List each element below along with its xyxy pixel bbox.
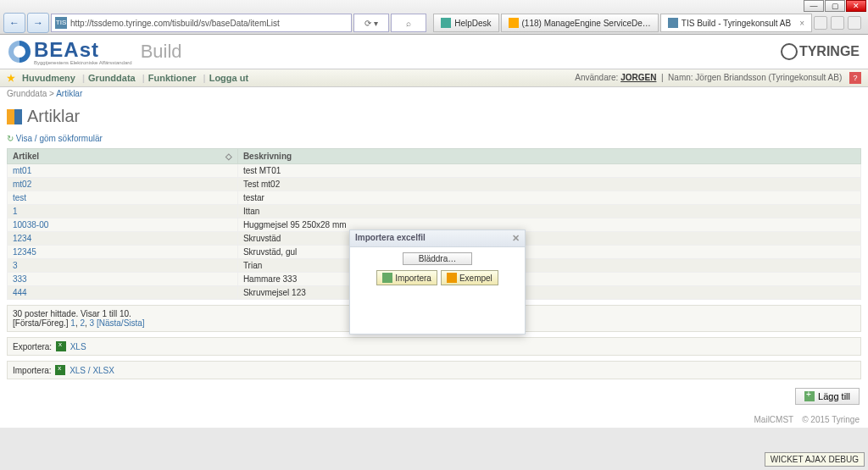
tools-icon[interactable]: [848, 16, 861, 30]
table-row: mt01test MT01: [8, 164, 861, 178]
home-icon[interactable]: [814, 16, 827, 30]
beskrivning-cell: Skruvmejsel 123: [237, 286, 860, 300]
logo-mark-icon: [8, 41, 31, 63]
beskrivning-cell: Ittan: [237, 205, 860, 218]
modal-title: Importera excelfil: [355, 233, 426, 244]
search-icon[interactable]: ⌕: [391, 14, 426, 32]
window-close-button[interactable]: ✕: [846, 0, 866, 12]
xls-icon: [56, 341, 66, 351]
artikel-cell[interactable]: mt01: [8, 164, 238, 178]
artikel-cell[interactable]: 1234: [8, 232, 238, 246]
manageengine-favicon: [509, 18, 519, 28]
artikel-cell[interactable]: 10038-00: [8, 218, 238, 232]
address-bar[interactable]: TIS http://tssdemo.tyringe.com/tisbuild/…: [51, 14, 352, 32]
beskrivning-cell: Trian: [237, 259, 860, 273]
tab-tis-build[interactable]: TIS Build - Tyringekonsult AB×: [660, 14, 812, 32]
breadcrumb-link[interactable]: Artiklar: [56, 89, 82, 98]
footer-left: MailCMST: [754, 415, 794, 424]
plus-icon: [804, 391, 815, 401]
footer-right: © 2015 Tyringe: [802, 415, 860, 424]
help-icon[interactable]: ?: [849, 72, 861, 84]
helpdesk-favicon: [441, 18, 451, 28]
add-button[interactable]: Lägg till: [795, 388, 860, 405]
sort-icon[interactable]: ◇: [225, 152, 232, 161]
title-icon: [7, 109, 22, 124]
url-search-controls[interactable]: ⟳ ▾: [353, 14, 389, 32]
artikel-cell[interactable]: 444: [8, 286, 238, 300]
pager-first: [Första/Föreg.]: [13, 318, 69, 328]
artikel-cell[interactable]: 12345: [8, 246, 238, 259]
xls-icon: [55, 365, 65, 375]
tab-manageengine[interactable]: (118) ManageEngine ServiceDe…: [501, 14, 659, 32]
menu-loggaut[interactable]: Logga ut: [209, 73, 248, 83]
modal-import-button[interactable]: Importera: [376, 270, 437, 285]
menu-huvudmeny[interactable]: Huvudmeny: [22, 73, 75, 83]
window-maximize-button[interactable]: ▢: [825, 0, 845, 12]
beskrivning-cell: Test mt02: [237, 178, 860, 191]
site-favicon: TIS: [55, 17, 67, 29]
beskrivning-cell: testar: [237, 191, 860, 205]
artikel-cell[interactable]: 333: [8, 273, 238, 286]
gear-icon: [781, 43, 798, 60]
col-beskrivning[interactable]: Beskrivning: [237, 149, 860, 164]
page-title: Artiklar: [7, 107, 861, 126]
tis-favicon: [668, 18, 678, 28]
browse-button[interactable]: Bläddra…: [403, 252, 472, 265]
table-row: 1Ittan: [8, 205, 861, 218]
import-modal: Importera excelfil ✕ Bläddra… Importera …: [349, 229, 526, 335]
nav-forward-button[interactable]: →: [27, 13, 49, 33]
upload-icon: [382, 273, 392, 283]
modal-close-icon[interactable]: ✕: [512, 233, 520, 244]
tab-helpdesk[interactable]: HelpDesk: [433, 14, 498, 32]
breadcrumb: Grunddata > Artiklar: [0, 87, 868, 100]
artikel-cell[interactable]: mt02: [8, 178, 238, 191]
beskrivning-cell: test MT01: [237, 164, 860, 178]
example-icon: [447, 273, 457, 283]
pager-next[interactable]: [Nästa/Sista]: [97, 318, 145, 328]
beast-logo: BEAst Byggtjenestens Elektroniske Affärs…: [8, 38, 182, 65]
export-xls-link[interactable]: XLS: [70, 342, 86, 351]
pager-3[interactable]: 3: [90, 318, 95, 328]
window-titlebar: — ▢ ✕: [0, 0, 868, 12]
star-icon: ★: [7, 73, 15, 84]
user-info: Användare: JORGEN | Namn: Jörgen Briands…: [575, 72, 861, 84]
table-row: testtestar: [8, 191, 861, 205]
pager-2[interactable]: 2: [80, 318, 85, 328]
favorites-icon[interactable]: [831, 16, 844, 30]
window-minimize-button[interactable]: —: [804, 0, 824, 12]
modal-example-button[interactable]: Exempel: [441, 270, 498, 285]
table-row: mt02Test mt02: [8, 178, 861, 191]
tab-close-icon[interactable]: ×: [799, 19, 804, 28]
beskrivning-cell: Skruvstäd, gul: [237, 246, 860, 259]
beskrivning-cell: Skruvstäd: [237, 232, 860, 246]
tyringe-logo: TYRINGE: [781, 43, 860, 60]
artikel-cell[interactable]: 3: [8, 259, 238, 273]
beskrivning-cell: Hammare 333: [237, 273, 860, 286]
toggle-search-link[interactable]: Visa / göm sökformulär: [7, 134, 103, 143]
pager-1[interactable]: 1: [70, 318, 75, 328]
menu-funktioner[interactable]: Funktioner: [148, 73, 197, 83]
import-row: Importera: XLS / XLSX: [7, 361, 861, 379]
menu-grunddata[interactable]: Grunddata: [88, 73, 136, 83]
col-artikel[interactable]: Artikel◇: [8, 149, 238, 164]
beskrivning-cell: Huggmejsel 95 250x28 mm: [237, 218, 860, 232]
nav-back-button[interactable]: ←: [3, 13, 25, 33]
artikel-cell[interactable]: test: [8, 191, 238, 205]
export-row: Exportera: XLS: [7, 337, 861, 356]
url-text: http://tssdemo.tyringe.com/tisbuild/sv/b…: [70, 19, 280, 28]
import-xls-link[interactable]: XLS / XLSX: [70, 366, 114, 375]
artikel-cell[interactable]: 1: [8, 205, 238, 218]
